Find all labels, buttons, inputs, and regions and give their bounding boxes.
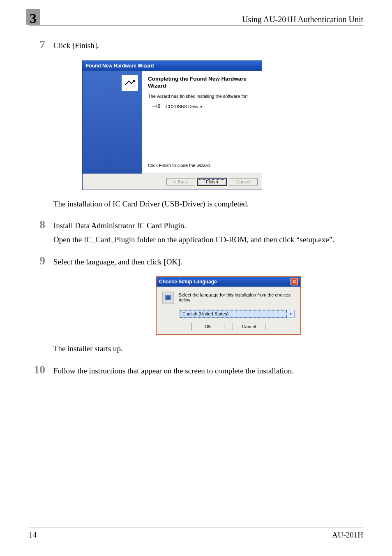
choose-setup-language-dialog: Choose Setup Language ✕ Select the langu… <box>156 276 301 335</box>
step-text: Open the IC_Card_Plugin folder on the ap… <box>53 234 363 245</box>
step-7-after: The installation of IC Card Driver (USB-… <box>29 196 363 213</box>
lang-dialog-title: Choose Setup Language <box>159 279 217 285</box>
page-number: 14 <box>29 531 37 540</box>
lang-dialog-titlebar: Choose Setup Language ✕ <box>157 277 300 287</box>
step-number: 8 <box>29 218 53 248</box>
ok-button[interactable]: OK <box>191 323 224 330</box>
step-after-text: The installation of IC Card Driver (USB-… <box>53 199 363 209</box>
step-number: 9 <box>29 254 53 271</box>
step-text: Install Data Administrator IC Card Plugi… <box>53 220 363 231</box>
chevron-down-icon[interactable]: ▾ <box>287 310 294 317</box>
found-new-hardware-wizard: Found New Hardware Wizard Completing the… <box>82 60 262 190</box>
wizard-button-row: < Back Finish Cancel <box>83 174 262 190</box>
step-10: 10 Follow the instructions that appear o… <box>29 363 363 380</box>
svg-point-1 <box>166 296 170 299</box>
back-button[interactable]: < Back <box>166 178 195 185</box>
page-footer: 14 AU-201H <box>29 528 363 540</box>
wizard-titlebar: Found New Hardware Wizard <box>83 61 262 71</box>
device-icon <box>122 75 138 91</box>
language-selected-value: English (United States) <box>180 310 287 317</box>
step-after-text: The installer starts up. <box>53 343 363 354</box>
step-9: 9 Select the language, and then click [O… <box>29 254 363 271</box>
chapter-number: 3 <box>30 11 37 26</box>
step-7: 7 Click [Finish]. <box>29 38 363 54</box>
lang-dialog-text: Select the language for this installatio… <box>179 292 295 304</box>
lang-dialog-button-row: OK Cancel <box>162 323 295 330</box>
footer-model: AU-201H <box>332 531 363 540</box>
close-icon[interactable]: ✕ <box>291 278 298 285</box>
wizard-sidebar <box>83 71 142 174</box>
step-number: 10 <box>29 363 53 380</box>
finish-button[interactable]: Finish <box>198 178 226 185</box>
wizard-device-name: ICC2USBS Device <box>164 104 202 109</box>
wizard-finished-text: The wizard has finished installing the s… <box>148 93 256 99</box>
step-text: Select the language, and then click [OK]… <box>53 257 363 267</box>
cancel-button[interactable]: Cancel <box>233 323 265 330</box>
header-title: Using AU-201H Authentication Unit <box>242 15 363 24</box>
step-text: Follow the instructions that appear on t… <box>53 366 363 376</box>
connector-icon <box>151 104 160 110</box>
step-number: 7 <box>29 38 53 54</box>
setup-icon <box>162 292 174 304</box>
wizard-heading: Completing the Found New Hardware Wizard <box>148 76 256 90</box>
wizard-click-finish-text: Click Finish to close the wizard. <box>148 163 256 168</box>
cancel-button[interactable]: Cancel <box>229 178 258 185</box>
page-header: 3 Using AU-201H Authentication Unit <box>29 12 363 25</box>
step-text: Click [Finish]. <box>53 40 363 51</box>
language-select[interactable]: English (United States) ▾ <box>180 310 295 318</box>
step-8: 8 Install Data Administrator IC Card Plu… <box>29 218 363 248</box>
step-9-after: The installer starts up. <box>29 341 363 357</box>
